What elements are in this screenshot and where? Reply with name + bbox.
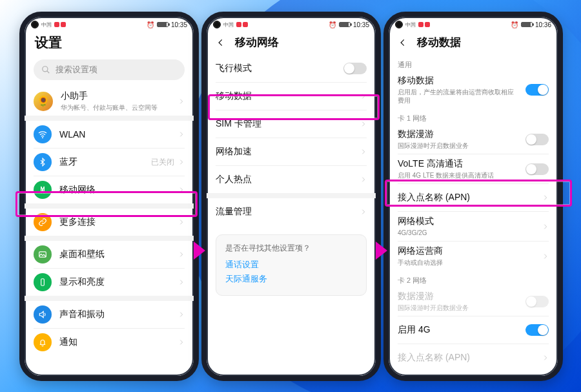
airplane-toggle[interactable] bbox=[343, 63, 367, 74]
page-title: 移动数据 bbox=[417, 35, 461, 50]
search-placeholder: 搜索设置项 bbox=[56, 64, 97, 76]
image-icon bbox=[34, 245, 52, 263]
airplane-mode-row[interactable]: 飞行模式 bbox=[207, 55, 376, 82]
back-button[interactable] bbox=[216, 37, 226, 48]
roaming-sub: 国际漫游时开启数据业务 bbox=[398, 141, 469, 150]
tutorial-composite: 中国 ⏰ 10:35 设置 搜索设置项 🌻 小助手 华为帐号、付款与账单、云空间… bbox=[0, 0, 581, 392]
clock-label: 10:35 bbox=[353, 21, 369, 28]
volte-toggle[interactable] bbox=[525, 163, 549, 175]
chevron-right-icon bbox=[178, 187, 185, 193]
volte-row[interactable]: VoLTE 高清通话 启用 4G LTE 数据来提供高清通话 bbox=[389, 154, 558, 183]
battery-icon bbox=[339, 22, 351, 27]
tip-link-call-settings[interactable]: 通话设置 bbox=[225, 259, 357, 271]
svg-rect-4 bbox=[41, 279, 45, 286]
chevron-right-icon bbox=[178, 279, 185, 285]
mobile-network-row[interactable]: 移动网络 bbox=[25, 176, 194, 203]
sim-management-row[interactable]: SIM 卡管理 bbox=[207, 110, 376, 138]
traffic-row[interactable]: 流量管理 bbox=[207, 198, 376, 225]
svg-line-1 bbox=[47, 71, 50, 74]
search-input[interactable]: 搜索设置项 bbox=[34, 59, 185, 80]
roaming2-row: 数据漫游 国际漫游时开启数据业务 bbox=[389, 287, 558, 316]
notification-row[interactable]: 通知 bbox=[25, 329, 194, 356]
mobile-data-row[interactable]: 移动数据 bbox=[207, 83, 376, 110]
signal-icon bbox=[418, 22, 430, 27]
apn-row[interactable]: 接入点名称 (APN) bbox=[389, 184, 558, 211]
avatar-icon: 🌻 bbox=[34, 92, 53, 111]
chevron-right-icon bbox=[178, 131, 185, 138]
bluetooth-row[interactable]: 蓝牙 已关闭 bbox=[25, 149, 194, 176]
lte4g-toggle[interactable] bbox=[525, 324, 549, 336]
chevron-right-icon bbox=[542, 223, 549, 230]
hotspot-label: 个人热点 bbox=[216, 174, 252, 185]
chevron-right-icon bbox=[178, 311, 185, 318]
roaming2-sub: 国际漫游时开启数据业务 bbox=[398, 304, 469, 312]
phone-2: 中国 ⏰ 10:35 移动网络 飞行模式 移动数据 bbox=[201, 12, 381, 381]
lte4g-label: 启用 4G bbox=[398, 324, 431, 336]
section-card1: 卡 1 网络 bbox=[389, 108, 558, 125]
phone-1: 中国 ⏰ 10:35 设置 搜索设置项 🌻 小助手 华为帐号、付款与账单、云空间… bbox=[19, 12, 199, 381]
battery-icon bbox=[521, 22, 533, 27]
alarm-icon: ⏰ bbox=[329, 21, 336, 28]
bell-icon bbox=[34, 333, 52, 351]
alarm-icon: ⏰ bbox=[511, 21, 518, 28]
svg-point-0 bbox=[43, 67, 48, 72]
display-label: 显示和亮度 bbox=[59, 276, 105, 288]
svg-point-2 bbox=[42, 137, 43, 138]
chevron-right-icon bbox=[178, 98, 185, 105]
tip-card: 是否在寻找其他设置项？ 通话设置 天际通服务 bbox=[216, 234, 367, 296]
mobile-data-label: 移动数据 bbox=[398, 75, 514, 87]
display-icon bbox=[34, 273, 52, 291]
carrier-label: 网络运营商 bbox=[398, 245, 443, 257]
wallpaper-label: 桌面和壁纸 bbox=[59, 249, 105, 260]
sound-label: 声音和振动 bbox=[59, 309, 105, 320]
more-connections-row[interactable]: 更多连接 bbox=[25, 209, 194, 236]
accel-label: 网络加速 bbox=[216, 146, 252, 158]
traffic-label: 流量管理 bbox=[216, 206, 252, 218]
back-button[interactable] bbox=[398, 37, 408, 48]
notification-label: 通知 bbox=[59, 336, 77, 348]
chevron-right-icon bbox=[542, 194, 549, 201]
tip-question: 是否在寻找其他设置项？ bbox=[225, 243, 357, 254]
search-icon bbox=[41, 65, 50, 74]
volte-sub: 启用 4G LTE 数据来提供高清通话 bbox=[398, 171, 494, 180]
bluetooth-icon bbox=[34, 153, 52, 171]
wifi-icon bbox=[34, 125, 52, 143]
wallpaper-row[interactable]: 桌面和壁纸 bbox=[25, 241, 194, 268]
chevron-right-icon bbox=[178, 159, 185, 165]
phone-3: 中国 ⏰ 10:36 移动数据 通用 移动数据 启用后，产生的流量将由运营商收取… bbox=[383, 12, 563, 381]
chevron-right-icon bbox=[178, 339, 185, 346]
mobile-data-toggle[interactable] bbox=[525, 84, 549, 96]
carrier-row[interactable]: 网络运营商 手动或自动选择 bbox=[389, 242, 558, 271]
mobile-network-icon bbox=[34, 181, 52, 199]
apn2-label: 接入点名称 (APN) bbox=[398, 352, 470, 364]
roaming-row[interactable]: 数据漫游 国际漫游时开启数据业务 bbox=[389, 125, 558, 154]
display-row[interactable]: 显示和亮度 bbox=[25, 269, 194, 296]
chevron-right-icon bbox=[542, 253, 549, 260]
roaming2-toggle bbox=[525, 296, 549, 307]
mode-sub: 4G/3G/2G bbox=[398, 229, 434, 237]
sound-row[interactable]: 声音和振动 bbox=[25, 301, 194, 328]
wlan-label: WLAN bbox=[59, 129, 85, 139]
alarm-icon: ⏰ bbox=[147, 21, 154, 28]
section-general: 通用 bbox=[389, 55, 558, 71]
mobile-data-label: 移动数据 bbox=[216, 90, 252, 102]
signal-icon bbox=[236, 22, 248, 27]
more-label: 更多连接 bbox=[59, 216, 96, 228]
hotspot-row[interactable]: 个人热点 bbox=[207, 166, 376, 193]
status-bar: 中国 ⏰ 10:35 bbox=[207, 17, 376, 31]
network-mode-row[interactable]: 网络模式 4G/3G/2G bbox=[389, 212, 558, 241]
carrier-sub: 手动或自动选择 bbox=[398, 258, 443, 267]
page-title: 移动网络 bbox=[235, 35, 279, 50]
enable-4g-row[interactable]: 启用 4G bbox=[389, 316, 558, 344]
network-accel-row[interactable]: 网络加速 bbox=[207, 138, 376, 165]
chevron-right-icon bbox=[360, 209, 367, 215]
chevron-right-icon bbox=[360, 149, 367, 155]
profile-row[interactable]: 🌻 小助手 华为帐号、付款与账单、云空间等 bbox=[25, 87, 194, 116]
signal-icon bbox=[54, 22, 66, 27]
roaming-toggle[interactable] bbox=[525, 134, 549, 145]
mobile-data-row[interactable]: 移动数据 启用后，产生的流量将由运营商收取相应费用 bbox=[389, 71, 558, 108]
tip-link-skytone[interactable]: 天际通服务 bbox=[225, 273, 357, 285]
wlan-row[interactable]: WLAN bbox=[25, 121, 194, 148]
profile-name: 小助手 bbox=[61, 90, 158, 102]
camera-hole-icon bbox=[213, 21, 221, 28]
